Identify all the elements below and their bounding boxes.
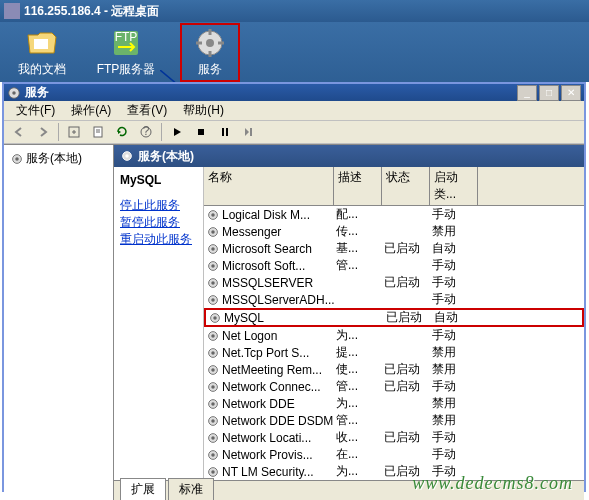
- panel-title: 服务(本地): [138, 148, 194, 165]
- svc-desc: 管...: [336, 257, 384, 274]
- gear-icon: [206, 465, 220, 479]
- service-row[interactable]: Net.Tcp Port S...提...禁用: [204, 344, 584, 361]
- refresh-button[interactable]: [111, 121, 133, 143]
- svc-name: Net.Tcp Port S...: [222, 346, 336, 360]
- svg-marker-19: [174, 128, 181, 136]
- tab-standard[interactable]: 标准: [168, 478, 214, 500]
- system-icon: [4, 3, 20, 19]
- service-row[interactable]: Net Logon为...手动: [204, 327, 584, 344]
- svc-name: Net Logon: [222, 329, 336, 343]
- gear-icon: [10, 152, 24, 166]
- svc-status: 已启动: [384, 361, 432, 378]
- service-row[interactable]: Messenger传...禁用: [204, 223, 584, 240]
- forward-button[interactable]: [32, 121, 54, 143]
- window-icon: [7, 86, 21, 100]
- gear-icon: [206, 414, 220, 428]
- services-shortcut-icon[interactable]: 服务: [180, 23, 240, 82]
- svc-status: 已启动: [386, 309, 434, 326]
- restart-button[interactable]: [238, 121, 260, 143]
- svc-startup: 手动: [432, 378, 480, 395]
- service-row[interactable]: MSSQLServerADH...手动: [204, 291, 584, 308]
- svg-point-44: [211, 334, 215, 338]
- svc-name: Microsoft Search: [222, 242, 336, 256]
- svg-marker-23: [245, 128, 249, 136]
- my-documents-icon[interactable]: 我的文档: [12, 27, 72, 78]
- service-row[interactable]: MySQL已启动自动: [204, 308, 584, 327]
- tree-root-services[interactable]: 服务(本地): [8, 149, 109, 168]
- svc-desc: 为...: [336, 327, 384, 344]
- play-button[interactable]: [166, 121, 188, 143]
- service-row[interactable]: Network DDE为...禁用: [204, 395, 584, 412]
- svc-startup: 禁用: [432, 395, 480, 412]
- svc-desc: 为...: [336, 463, 384, 480]
- pause-button[interactable]: [214, 121, 236, 143]
- svg-marker-16: [118, 130, 121, 134]
- svc-startup: 禁用: [432, 344, 480, 361]
- gear-icon: [206, 380, 220, 394]
- gear-icon: [206, 448, 220, 462]
- svc-startup: 手动: [432, 257, 480, 274]
- icon-label: FTP服务器: [97, 61, 156, 78]
- svc-startup: 手动: [432, 274, 480, 291]
- service-list-pane: 名称 描述 状态 启动类... Logical Disk M...配...手动M…: [204, 167, 584, 480]
- menu-view[interactable]: 查看(V): [119, 100, 175, 121]
- window-title: 服务: [25, 84, 517, 101]
- svc-startup: 手动: [432, 291, 480, 308]
- svc-desc: 提...: [336, 344, 384, 361]
- service-row[interactable]: Network Connec...管...已启动手动: [204, 378, 584, 395]
- col-desc[interactable]: 描述: [334, 167, 382, 205]
- service-row[interactable]: MSSQLSERVER已启动手动: [204, 274, 584, 291]
- service-row[interactable]: Network Provis...在...手动: [204, 446, 584, 463]
- svg-point-56: [211, 436, 215, 440]
- menu-action[interactable]: 操作(A): [63, 100, 119, 121]
- service-row[interactable]: Network Locati...收...已启动手动: [204, 429, 584, 446]
- window-titlebar[interactable]: 服务 _ □ ✕: [4, 84, 584, 101]
- svc-startup: 禁用: [432, 412, 480, 429]
- selected-service-name: MySQL: [120, 173, 197, 187]
- svc-name: Network Provis...: [222, 448, 336, 462]
- svc-name: MSSQLServerADH...: [222, 293, 336, 307]
- back-button[interactable]: [8, 121, 30, 143]
- gear-icon: [206, 397, 220, 411]
- svc-desc: 收...: [336, 429, 384, 446]
- svg-point-34: [211, 247, 215, 251]
- svc-name: Network DDE DSDM: [222, 414, 336, 428]
- service-row[interactable]: Network DDE DSDM管...禁用: [204, 412, 584, 429]
- gear-icon: [206, 329, 220, 343]
- service-list-body[interactable]: Logical Disk M...配...手动Messenger传...禁用Mi…: [204, 206, 584, 480]
- service-row[interactable]: Microsoft Soft...管...手动: [204, 257, 584, 274]
- svc-name: Network Connec...: [222, 380, 336, 394]
- service-row[interactable]: NetMeeting Rem...使...已启动禁用: [204, 361, 584, 378]
- col-name[interactable]: 名称: [204, 167, 334, 205]
- restart-service-link[interactable]: 重启动此服务: [120, 231, 197, 248]
- stop-button[interactable]: [190, 121, 212, 143]
- minimize-button[interactable]: _: [517, 85, 537, 101]
- menu-file[interactable]: 文件(F): [8, 100, 63, 121]
- help-button[interactable]: ?: [135, 121, 157, 143]
- close-button[interactable]: ✕: [561, 85, 581, 101]
- svc-startup: 手动: [432, 206, 480, 223]
- properties-button[interactable]: [87, 121, 109, 143]
- stop-service-link[interactable]: 停止此服务: [120, 197, 197, 214]
- service-row[interactable]: Microsoft Search基...已启动自动: [204, 240, 584, 257]
- col-startup[interactable]: 启动类...: [430, 167, 478, 205]
- col-status[interactable]: 状态: [382, 167, 430, 205]
- icon-label: 服务: [198, 61, 222, 78]
- gear-icon: [206, 346, 220, 360]
- maximize-button[interactable]: □: [539, 85, 559, 101]
- pause-service-link[interactable]: 暂停此服务: [120, 214, 197, 231]
- icon-label: 我的文档: [18, 61, 66, 78]
- svg-point-38: [211, 281, 215, 285]
- svg-point-46: [211, 351, 215, 355]
- tab-extended[interactable]: 扩展: [120, 478, 166, 500]
- export-button[interactable]: [63, 121, 85, 143]
- remote-title: 116.255.186.4 - 远程桌面: [24, 3, 159, 20]
- menu-help[interactable]: 帮助(H): [175, 100, 232, 121]
- watermark: www.dedecms8.com: [412, 473, 573, 494]
- svc-desc: 配...: [336, 206, 384, 223]
- ftp-server-icon[interactable]: FTP FTP服务器: [96, 27, 156, 78]
- svc-name: Messenger: [222, 225, 336, 239]
- svc-desc: 基...: [336, 240, 384, 257]
- svc-startup: 自动: [432, 240, 480, 257]
- service-row[interactable]: Logical Disk M...配...手动: [204, 206, 584, 223]
